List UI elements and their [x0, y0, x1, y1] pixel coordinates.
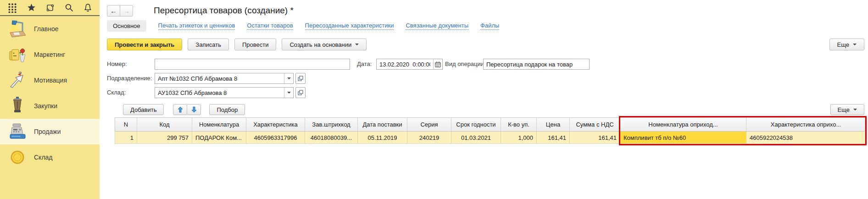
cell-summa-s-nds[interactable]: 161,41 — [570, 132, 620, 144]
department-input[interactable] — [155, 73, 284, 83]
nav-buttons: ← → — [107, 5, 133, 17]
coin-icon — [7, 147, 28, 167]
sidebar-item-glavnoe[interactable]: Главное — [0, 16, 100, 42]
main-area: ← → Пересортица товаров (создание) * Осн… — [100, 0, 868, 199]
tab-fajly[interactable]: Файлы — [480, 22, 499, 30]
cell-harakteristika-oprihod[interactable]: 4605922024538 — [746, 132, 865, 144]
column-header-summa-s-nds[interactable]: Сумма с НДС — [570, 118, 620, 131]
hero-arrow-icon — [7, 70, 28, 90]
number-label: Номер: — [107, 61, 127, 67]
write-button[interactable]: Записать — [188, 39, 229, 50]
favorites-star-icon[interactable] — [26, 3, 36, 13]
tab-peresozdannye-harakteristiki[interactable]: Пересозданные характеристики — [305, 22, 394, 30]
cell-nomenklatura[interactable]: ПОДАРОК Ком... — [192, 132, 246, 144]
column-header-kod[interactable]: Код — [137, 118, 192, 131]
command-bar: Провести и закрыть Записать Провести Соз… — [107, 39, 864, 50]
column-header-data-postavki[interactable]: Дата поставки — [358, 118, 407, 131]
desk-lamp-icon — [7, 19, 28, 39]
column-header-seriya[interactable]: Серия — [407, 118, 451, 131]
cell-n[interactable]: 1 — [115, 132, 137, 144]
cash-register-icon — [7, 122, 28, 142]
sidebar: Главное Маркетинг — [0, 0, 100, 199]
post-and-close-button[interactable]: Провести и закрыть — [107, 39, 182, 50]
calendar-icon[interactable] — [433, 59, 442, 69]
cell-seriya[interactable]: 240219 — [407, 132, 451, 144]
department-label: Подразделение: — [107, 75, 152, 82]
column-header-harakteristika-oprihod[interactable]: Характеристика оприхо... — [746, 118, 865, 131]
column-header-n[interactable]: N — [115, 118, 137, 131]
sidebar-item-marketing[interactable]: Маркетинг — [0, 42, 100, 67]
page-title: Пересортица товаров (создание) * — [154, 6, 294, 16]
add-row-button[interactable]: Добавить — [123, 104, 164, 115]
more-button-top[interactable]: Еще — [829, 39, 864, 50]
sidebar-item-label: Закупки — [34, 102, 57, 110]
cell-zav-shtrihkod[interactable]: 46018080039... — [305, 132, 358, 144]
items-toolbar: Добавить Подбор Еще — [115, 104, 864, 115]
number-input[interactable] — [155, 59, 350, 70]
sidebar-item-label: Мотивация — [34, 77, 67, 84]
move-up-button[interactable] — [173, 104, 187, 115]
tab-pechat-etiketok[interactable]: Печать этикеток и ценников — [158, 22, 235, 30]
date-label: Дата: — [357, 61, 372, 67]
warehouse-input[interactable] — [155, 88, 284, 98]
application-window: Главное Маркетинг — [0, 0, 868, 199]
date-field — [376, 59, 443, 70]
form-row-number: Номер: Дата: Вид операции: — [107, 59, 864, 70]
menu-grid-icon[interactable] — [7, 3, 17, 13]
column-header-nomenklatura-oprihod[interactable]: Номенклатура оприход... — [620, 118, 746, 131]
notifications-bell-icon[interactable] — [83, 3, 93, 13]
cell-data-postavki[interactable]: 05.11.2019 — [358, 132, 407, 144]
dropdown-arrow-icon[interactable] — [284, 73, 293, 83]
chevron-down-icon — [853, 109, 857, 111]
search-icon[interactable] — [64, 3, 74, 13]
warehouse-open-button[interactable] — [295, 87, 306, 98]
back-button[interactable]: ← — [107, 5, 120, 17]
create-based-on-button[interactable]: Создать на основании — [282, 39, 367, 50]
warehouse-label: Склад: — [107, 89, 126, 96]
cell-srok-godnosti[interactable]: 01.03.2021 — [451, 132, 501, 144]
column-header-zav-shtrihkod[interactable]: Зав.штрихкод — [305, 118, 358, 131]
cell-harakteristika[interactable]: 4605963317996 — [246, 132, 305, 144]
form-row-department: Подразделение: — [107, 73, 864, 84]
sidebar-topbar — [0, 0, 100, 16]
pick-button[interactable]: Подбор — [209, 104, 245, 115]
date-input[interactable] — [377, 59, 433, 69]
sidebar-item-motivaciya[interactable]: Мотивация — [0, 67, 100, 93]
column-header-srok-godnosti[interactable]: Срок годности — [451, 118, 501, 131]
cell-kod[interactable]: 299 757 — [137, 132, 192, 144]
sidebar-item-prodazhi[interactable]: Продажи — [0, 119, 100, 144]
column-header-kvo-up[interactable]: К-во уп. — [501, 118, 537, 131]
column-header-nomenklatura[interactable]: Номенклатура — [192, 118, 246, 131]
tab-svyazannye-dokumenty[interactable]: Связанные документы — [406, 22, 468, 30]
cell-kvo-up[interactable]: 1,000 — [501, 132, 537, 144]
dropdown-arrow-icon[interactable] — [284, 88, 293, 98]
sidebar-item-sklad[interactable]: Склад — [0, 144, 100, 170]
tab-osnovnoe[interactable]: Основное — [107, 20, 146, 32]
department-open-button[interactable] — [295, 73, 306, 84]
sidebar-item-zakupki[interactable]: Закупки — [0, 93, 100, 119]
more-button-table[interactable]: Еще — [830, 104, 864, 115]
move-down-button[interactable] — [187, 104, 201, 115]
folders-flower-icon — [7, 44, 28, 65]
table-header-row: N Код Номенклатура Характеристика Зав.шт… — [115, 117, 865, 132]
column-header-cena[interactable]: Цена — [537, 118, 570, 131]
cell-cena[interactable]: 161,41 — [537, 132, 570, 144]
items-table: N Код Номенклатура Характеристика Зав.шт… — [115, 117, 865, 144]
sidebar-item-label: Маркетинг — [34, 51, 65, 58]
sidebar-item-label: Склад — [34, 154, 53, 161]
sidebar-item-label: Продажи — [34, 128, 61, 135]
warehouse-field — [155, 87, 294, 98]
post-button[interactable]: Провести — [234, 39, 277, 50]
operation-label: Вид операции: — [445, 61, 486, 67]
history-scroll-icon[interactable] — [45, 3, 55, 13]
operation-input[interactable] — [483, 59, 590, 70]
sidebar-item-label: Главное — [34, 25, 59, 33]
table-row[interactable]: 1 299 757 ПОДАРОК Ком... 4605963317996 4… — [115, 132, 865, 144]
chevron-down-icon — [355, 44, 359, 45]
forward-button[interactable]: → — [120, 5, 133, 17]
cell-nomenklatura-oprihod[interactable]: Компливит тб п/о №60 — [620, 132, 746, 144]
column-header-harakteristika[interactable]: Характеристика — [246, 118, 305, 131]
chevron-down-icon — [853, 44, 857, 45]
tab-ostatki-tovarov[interactable]: Остатки товаров — [247, 22, 293, 30]
department-field — [155, 73, 294, 84]
